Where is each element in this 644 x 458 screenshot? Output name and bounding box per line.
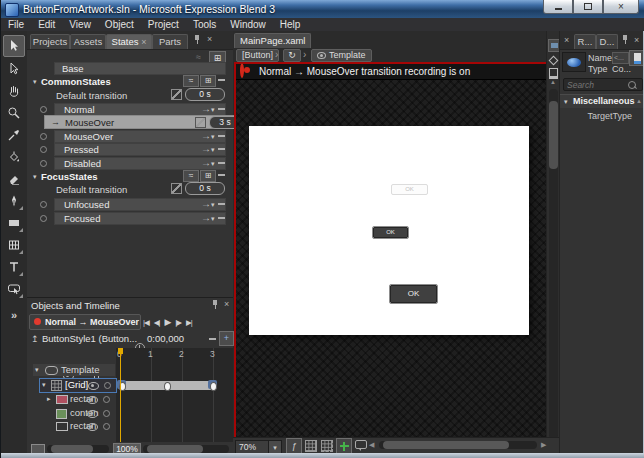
- scrollbar-thumb[interactable]: [51, 445, 93, 453]
- add-state-icon[interactable]: ⊞: [200, 170, 216, 182]
- pan-tool[interactable]: [4, 81, 24, 101]
- expander-icon[interactable]: ▾: [42, 381, 46, 389]
- eraser-tool[interactable]: [4, 169, 24, 189]
- isolate-dot-icon[interactable]: [103, 410, 110, 417]
- tab-states[interactable]: States ×: [106, 34, 152, 49]
- selection-tool[interactable]: [3, 35, 25, 57]
- add-transition-icon[interactable]: →: [201, 213, 211, 223]
- artboard-h-scrollbar[interactable]: [379, 441, 537, 449]
- state-row-base[interactable]: Base: [54, 62, 226, 75]
- design-canvas[interactable]: OK OK OK: [249, 126, 529, 335]
- state-row-disabled[interactable]: Disabled → ▾: [54, 157, 226, 170]
- show-grid-icon[interactable]: [305, 440, 317, 452]
- go-to-first-icon[interactable]: |◀: [143, 318, 149, 327]
- collapse-arrow-icon[interactable]: ▾: [33, 78, 37, 86]
- pin-icon[interactable]: [621, 35, 629, 44]
- tree-row-rectangle2[interactable]: rectan: [47, 420, 117, 432]
- state-row-mouseover[interactable]: MouseOver → ▾: [54, 130, 226, 143]
- visibility-icon[interactable]: [87, 410, 98, 418]
- assets-more-button[interactable]: »: [4, 305, 24, 325]
- state-row-pressed[interactable]: Pressed → ▾: [54, 143, 226, 156]
- pin-icon[interactable]: [211, 300, 219, 309]
- breadcrumb-button-scope[interactable]: [Button]: [236, 49, 279, 62]
- remove-group-icon[interactable]: [218, 79, 225, 81]
- panel-close-icon[interactable]: ×: [207, 35, 212, 44]
- transition-dropdown-icon[interactable]: ▾: [211, 201, 215, 209]
- tab-data[interactable]: D...: [596, 34, 618, 49]
- scroll-up-icon[interactable]: ▲: [636, 98, 642, 104]
- button-mouseover-ghost[interactable]: OK: [391, 184, 428, 195]
- previous-frame-icon[interactable]: ◀|: [154, 318, 160, 327]
- remove-state-icon[interactable]: [218, 108, 225, 110]
- playhead[interactable]: [120, 348, 121, 442]
- control-asset-tool[interactable]: [4, 279, 24, 299]
- transition-dropdown-icon[interactable]: ▾: [211, 146, 215, 154]
- rectangle-tool[interactable]: [4, 213, 24, 233]
- effects-toggle-icon[interactable]: ƒ: [286, 438, 302, 454]
- play-icon[interactable]: ▶: [164, 317, 170, 327]
- add-transition-icon[interactable]: →: [201, 144, 211, 154]
- scope-up-icon[interactable]: ↥: [31, 334, 39, 344]
- split-view-icon[interactable]: [548, 69, 559, 77]
- expander-icon[interactable]: ▸: [47, 395, 51, 403]
- tree-h-scrollbar[interactable]: [47, 445, 109, 453]
- state-row-unfocused[interactable]: Unfocused → ▾: [54, 198, 226, 211]
- transition-dropdown-icon[interactable]: ▾: [211, 133, 215, 141]
- default-duration-field[interactable]: 0 s: [185, 182, 225, 195]
- scrollbar-thumb[interactable]: [549, 101, 558, 169]
- active-tab-close-icon[interactable]: ×: [564, 36, 569, 45]
- easing-icon[interactable]: [171, 89, 182, 100]
- scroll-left-icon[interactable]: ◀: [369, 441, 374, 449]
- annotations-icon[interactable]: [355, 440, 367, 449]
- easing-icon[interactable]: [171, 183, 182, 194]
- remove-state-icon[interactable]: [218, 217, 225, 219]
- menu-edit[interactable]: Edit: [38, 19, 55, 30]
- tab-close-icon[interactable]: ×: [141, 37, 146, 47]
- fluidlayout-icon[interactable]: ≈: [183, 75, 199, 87]
- breadcrumb-style-scope[interactable]: ↻: [283, 49, 301, 62]
- tab-mainpage-xaml[interactable]: MainPage.xaml ×: [234, 33, 311, 48]
- isolate-dot-icon[interactable]: [104, 382, 111, 389]
- record-icon[interactable]: [240, 63, 244, 78]
- menu-help[interactable]: Help: [280, 19, 301, 30]
- button-artwork-small[interactable]: OK: [373, 227, 408, 238]
- scroll-right-icon[interactable]: ▶: [541, 441, 546, 449]
- timeline-collapse-icon[interactable]: [209, 338, 216, 340]
- restore-button[interactable]: [573, 0, 603, 14]
- playhead-time[interactable]: 0:00,000: [147, 333, 184, 344]
- tree-row-grid[interactable]: ▾ [Grid]: [39, 378, 117, 393]
- add-transition-icon[interactable]: →: [201, 131, 211, 141]
- add-transition-icon[interactable]: →: [201, 104, 211, 114]
- next-frame-icon[interactable]: |▶: [175, 318, 181, 327]
- name-field[interactable]: <...: [612, 52, 629, 64]
- visibility-icon[interactable]: [87, 396, 98, 404]
- breadcrumb-template-scope[interactable]: Template: [311, 49, 372, 62]
- storyboard-picker[interactable]: Normal → MouseOver: [29, 314, 141, 330]
- visibility-icon[interactable]: [88, 382, 99, 390]
- tab-assets[interactable]: Assets: [70, 34, 106, 49]
- layout-grid-tool[interactable]: [4, 235, 24, 255]
- animation-span[interactable]: [118, 381, 216, 390]
- scroll-up-icon[interactable]: ▲: [550, 79, 556, 85]
- text-tool[interactable]: [4, 257, 24, 277]
- minimize-button[interactable]: [543, 0, 573, 14]
- remove-state-icon[interactable]: [218, 203, 225, 205]
- collapse-arrow-icon[interactable]: ▾: [33, 173, 37, 181]
- keyframe-icon[interactable]: [164, 382, 171, 391]
- menu-object[interactable]: Object: [105, 19, 134, 30]
- scrollbar-thumb[interactable]: [147, 445, 203, 453]
- keyframe-icon[interactable]: [210, 382, 217, 391]
- add-transition-icon[interactable]: →: [201, 199, 211, 209]
- go-to-last-icon[interactable]: ▶|: [186, 318, 192, 327]
- artboard-zoom-level[interactable]: 70%: [235, 440, 270, 454]
- transition-dropdown-icon[interactable]: ▾: [211, 106, 215, 114]
- tab-resources[interactable]: R...: [574, 34, 596, 49]
- button-artwork-large[interactable]: OK: [390, 285, 437, 303]
- remove-state-icon[interactable]: [218, 135, 225, 137]
- remove-state-icon[interactable]: [218, 148, 225, 150]
- tab-parts[interactable]: Parts: [152, 34, 188, 49]
- remove-state-icon[interactable]: [218, 162, 225, 164]
- snapping-toggle-icon[interactable]: [336, 438, 352, 454]
- zoom-tool[interactable]: [4, 103, 24, 123]
- zoom-dropdown-icon[interactable]: ▾: [268, 440, 282, 454]
